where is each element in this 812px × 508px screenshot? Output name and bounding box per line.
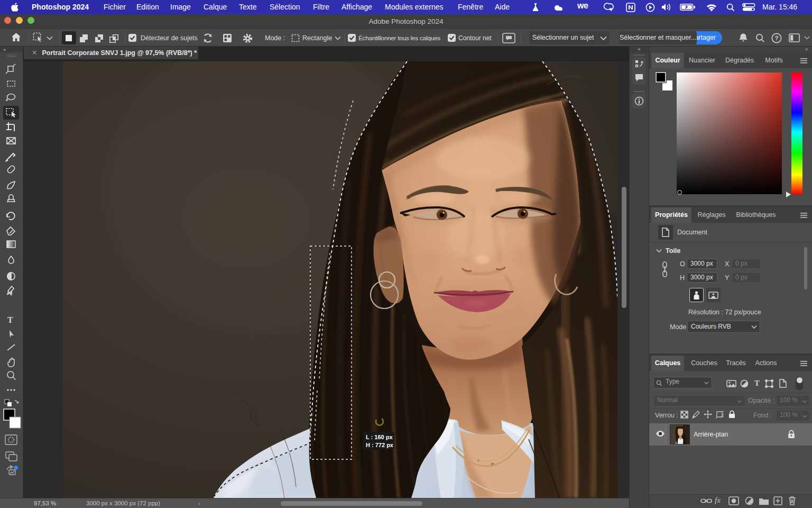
svg-text:T: T xyxy=(7,315,13,324)
svg-text:H : 772 px: H : 772 px xyxy=(366,442,394,448)
svg-text:L : 160 px: L : 160 px xyxy=(366,434,393,440)
svg-text:»: » xyxy=(3,47,6,52)
svg-text:?: ? xyxy=(774,35,778,41)
